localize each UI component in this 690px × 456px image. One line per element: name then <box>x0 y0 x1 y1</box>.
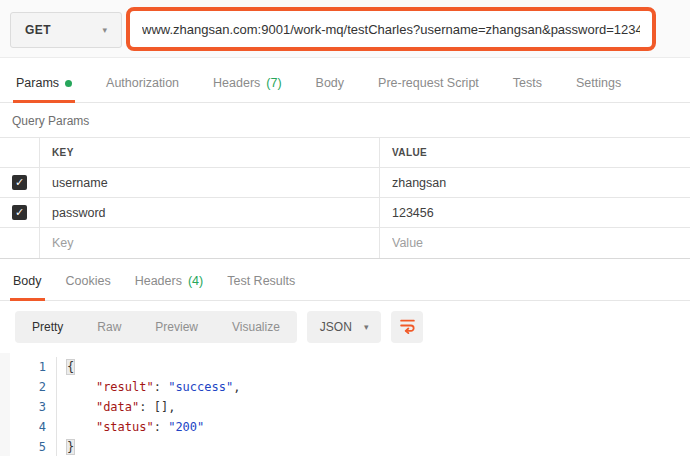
table-header-row: KEY VALUE <box>0 138 690 168</box>
line-number: 1 <box>10 357 46 377</box>
response-tab-headers-label: Headers <box>135 274 182 288</box>
query-params-title: Query Params <box>0 103 690 137</box>
tab-body[interactable]: Body <box>313 76 348 103</box>
method-dropdown[interactable]: GET ▾ <box>10 12 122 48</box>
wrap-text-icon <box>399 317 416 338</box>
param-key[interactable]: password <box>52 206 106 220</box>
line-number: 3 <box>10 397 46 417</box>
tab-authorization-label: Authorization <box>106 76 179 90</box>
view-mode-switcher: Pretty Raw Preview Visualize <box>15 311 297 343</box>
tab-params-label: Params <box>16 76 59 90</box>
format-label: JSON <box>320 320 352 334</box>
request-tabs: Params Authorization Headers (7) Body Pr… <box>0 58 690 103</box>
response-tab-test-results[interactable]: Test Results <box>224 274 298 301</box>
key-column-header: KEY <box>52 147 74 158</box>
code-line: "status": "200" <box>67 417 690 437</box>
table-row: ✓ username zhangsan <box>0 168 690 198</box>
tab-settings-label: Settings <box>576 76 621 90</box>
tab-body-label: Body <box>316 76 345 90</box>
wrap-text-button[interactable] <box>391 311 423 343</box>
chevron-down-icon: ▾ <box>102 25 107 35</box>
chevron-down-icon: ▾ <box>364 322 369 332</box>
url-highlight-box: www.zhangsan.com:9001/work-mq/testCharle… <box>126 7 656 51</box>
line-number-gutter: 1 2 3 4 5 <box>10 357 57 456</box>
param-value[interactable]: zhangsan <box>392 176 446 190</box>
response-tab-headers[interactable]: Headers (4) <box>132 274 207 301</box>
tab-headers-count: (7) <box>266 76 281 90</box>
tab-settings[interactable]: Settings <box>573 76 624 103</box>
view-mode-preview[interactable]: Preview <box>138 320 215 334</box>
view-mode-pretty[interactable]: Pretty <box>15 320 80 334</box>
tab-params[interactable]: Params <box>13 76 75 103</box>
response-tab-test-results-label: Test Results <box>227 274 295 288</box>
response-tab-body[interactable]: Body <box>10 274 45 301</box>
response-tabs: Body Cookies Headers (4) Test Results <box>0 258 690 301</box>
view-mode-raw[interactable]: Raw <box>80 320 138 334</box>
line-number: 2 <box>10 377 46 397</box>
tab-tests[interactable]: Tests <box>510 76 545 103</box>
tab-headers[interactable]: Headers (7) <box>210 76 285 103</box>
url-input[interactable]: www.zhangsan.com:9001/work-mq/testCharle… <box>142 22 640 37</box>
line-number: 5 <box>10 437 46 456</box>
row-checkbox[interactable]: ✓ <box>12 175 27 190</box>
code-line: } <box>67 437 690 456</box>
tab-headers-label: Headers <box>213 76 260 90</box>
line-number: 4 <box>10 417 46 437</box>
response-tab-cookies[interactable]: Cookies <box>63 274 114 301</box>
response-tab-body-label: Body <box>13 274 42 288</box>
code-line: "result": "success", <box>67 377 690 397</box>
header-check-cell <box>0 138 40 167</box>
tab-prerequest-label: Pre-request Script <box>378 76 479 90</box>
query-params-table: KEY VALUE ✓ username zhangsan ✓ password… <box>0 137 690 258</box>
tab-authorization[interactable]: Authorization <box>103 76 182 103</box>
new-key-input[interactable] <box>52 236 346 250</box>
response-tab-headers-count: (4) <box>188 274 203 288</box>
tab-prerequest-script[interactable]: Pre-request Script <box>375 76 482 103</box>
response-toolbar: Pretty Raw Preview Visualize JSON ▾ <box>0 301 690 353</box>
view-mode-visualize[interactable]: Visualize <box>215 320 297 334</box>
response-body-viewer[interactable]: 1 2 3 4 5 { "result": "success", "data":… <box>0 353 690 456</box>
json-code: { "result": "success", "data": [], "stat… <box>57 357 690 456</box>
response-tab-cookies-label: Cookies <box>66 274 111 288</box>
format-dropdown[interactable]: JSON ▾ <box>307 311 382 343</box>
request-bar: GET ▾ www.zhangsan.com:9001/work-mq/test… <box>0 0 690 58</box>
unsaved-changes-dot <box>65 80 72 87</box>
code-line: { <box>67 357 690 377</box>
row-checkbox[interactable]: ✓ <box>12 205 27 220</box>
code-line: "data": [], <box>67 397 690 417</box>
value-column-header: VALUE <box>392 147 427 158</box>
param-value[interactable]: 123456 <box>392 206 434 220</box>
new-value-input[interactable] <box>392 236 660 250</box>
table-row: ✓ password 123456 <box>0 198 690 228</box>
tab-tests-label: Tests <box>513 76 542 90</box>
new-row-check-cell <box>0 228 40 258</box>
param-key[interactable]: username <box>52 176 108 190</box>
table-new-row <box>0 228 690 258</box>
method-label: GET <box>25 23 51 37</box>
